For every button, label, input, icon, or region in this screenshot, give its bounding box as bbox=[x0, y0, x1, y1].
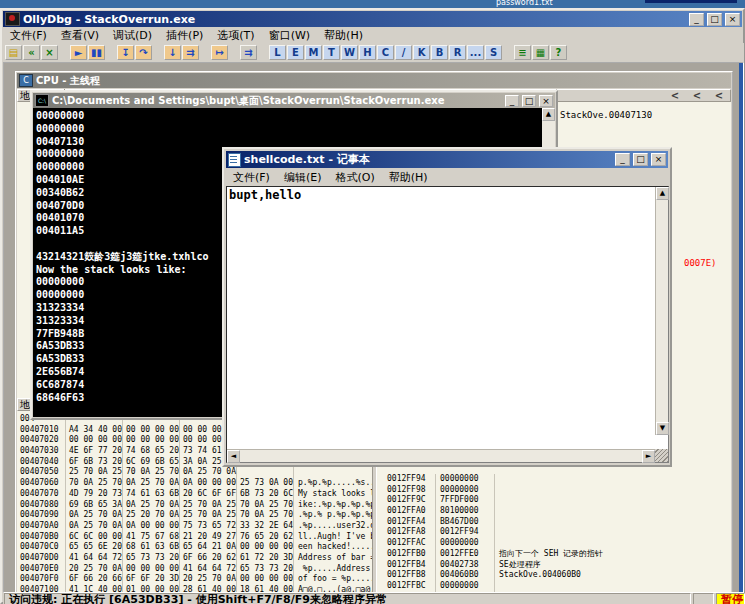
maximize-button[interactable]: □ bbox=[707, 13, 722, 26]
cpu-title-bar[interactable]: C CPU - 主线程 bbox=[17, 73, 731, 88]
handles-window-button[interactable]: H bbox=[359, 45, 376, 60]
dump-row[interactable]: 004070B06C 6C 00 0041 75 67 6821 20 49 2… bbox=[17, 532, 372, 543]
windows-window-button[interactable]: W bbox=[341, 45, 358, 60]
goto-address-button[interactable]: ⇉ bbox=[240, 45, 257, 60]
stack-row[interactable]: 0012FF9400000000 bbox=[383, 474, 729, 485]
dump-hex-group: 00 00 00 00 bbox=[123, 435, 180, 446]
references-window-button[interactable]: R bbox=[449, 45, 466, 60]
scroll-up-icon[interactable]: ▲ bbox=[656, 187, 669, 200]
console-maximize-button[interactable]: □ bbox=[522, 95, 536, 107]
trace-over-button[interactable]: ⇉ bbox=[182, 45, 199, 60]
breakpoint-list-button[interactable]: ≡ bbox=[514, 45, 531, 60]
notepad-menu-item-1[interactable]: 编辑(E) bbox=[277, 169, 329, 186]
stack-comment bbox=[495, 495, 729, 506]
source-window-button[interactable]: S bbox=[485, 45, 502, 60]
notepad-maximize-button[interactable]: □ bbox=[633, 153, 648, 166]
dump-row[interactable]: 004070D041 64 64 7265 73 73 206F 66 20 6… bbox=[17, 553, 372, 564]
registers-pane-chevron-2[interactable]: < bbox=[708, 90, 730, 101]
dump-row[interactable]: 004070E020 25 70 0A00 00 00 0041 64 64 7… bbox=[17, 564, 372, 575]
dump-row[interactable]: 0040706070 0A 25 700A 25 70 0A0A 00 00 0… bbox=[17, 478, 372, 489]
dump-row[interactable]: 004070C065 65 6E 2068 61 63 6B65 64 21 0… bbox=[17, 542, 372, 553]
trace-into-button[interactable]: ↓ bbox=[164, 45, 181, 60]
stack-value: BB467D00 bbox=[436, 517, 495, 528]
dump-hex-group: 4E 6F 77 20 bbox=[66, 446, 123, 457]
stack-row[interactable]: 0012FFB400402738SE处理程序 bbox=[383, 560, 729, 571]
help-button[interactable]: ? bbox=[550, 45, 567, 60]
stack-row[interactable]: 0012FF9800000000 bbox=[383, 485, 729, 496]
console-title-bar[interactable]: C:\ C:\Documents and Settings\bupt\桌面\St… bbox=[33, 93, 555, 108]
dump-ascii: My stack looks l bbox=[294, 489, 372, 500]
stack-row[interactable]: 0012FF9C7FFDF000 bbox=[383, 495, 729, 506]
open-file-button[interactable]: ▤ bbox=[5, 45, 22, 60]
cpu-title: CPU - 主线程 bbox=[36, 74, 729, 88]
menu-item-4[interactable]: 选项(T) bbox=[210, 27, 261, 44]
dump-row[interactable]: 0040710041 1C 40 0001 00 00 0028 61 40 0… bbox=[17, 585, 372, 592]
patches-window-button[interactable]: / bbox=[395, 45, 412, 60]
notepad-menu-item-0[interactable]: 文件(F) bbox=[226, 169, 277, 186]
stack-value: 80100000 bbox=[436, 506, 495, 517]
notepad-minimize-button[interactable]: _ bbox=[615, 153, 630, 166]
stack-row[interactable]: 0012FFA080100000 bbox=[383, 506, 729, 517]
run-button[interactable]: ► bbox=[70, 45, 87, 60]
close-program-button[interactable]: × bbox=[41, 45, 58, 60]
step-over-button[interactable]: ↷ bbox=[135, 45, 152, 60]
menu-item-0[interactable]: 文件(F) bbox=[3, 27, 54, 44]
cpu-window-button[interactable]: C bbox=[377, 45, 394, 60]
notepad-hscrollbar[interactable]: ◄ ► bbox=[227, 449, 655, 462]
close-button[interactable]: × bbox=[725, 13, 740, 26]
dump-row[interactable]: 0040705025 70 0A 2570 0A 25 700A 25 70 0… bbox=[17, 467, 372, 478]
scroll-down-icon[interactable]: ▼ bbox=[656, 422, 669, 435]
minimize-button[interactable]: _ bbox=[689, 13, 704, 26]
menu-item-6[interactable]: 帮助(H) bbox=[317, 27, 370, 44]
threads-window-button[interactable]: T bbox=[323, 45, 340, 60]
runtrace-window-button[interactable]: ... bbox=[467, 45, 484, 60]
execute-till-return-button[interactable]: ↦ bbox=[211, 45, 228, 60]
breakpoints-window-button[interactable]: B bbox=[431, 45, 448, 60]
stack-row[interactable]: 0012FFAC00000000 bbox=[383, 538, 729, 549]
log-window-button[interactable]: L bbox=[269, 45, 286, 60]
dump-hex-group: 41 75 67 68 bbox=[123, 532, 180, 543]
dump-row[interactable]: 004070F06F 66 20 666F 6F 20 3D20 25 70 0… bbox=[17, 574, 372, 585]
resize-grip-icon[interactable] bbox=[655, 449, 668, 462]
dump-row[interactable]: 004070704D 79 20 7374 61 63 6B20 6C 6F 6… bbox=[17, 489, 372, 500]
desktop-strip: password1.txt bbox=[0, 0, 745, 8]
menu-item-1[interactable]: 查看(V) bbox=[54, 27, 106, 44]
stack-row[interactable]: 0012FFB8004060B0StackOve.004060B0 bbox=[383, 570, 729, 581]
desktop-icon-label[interactable]: password1.txt bbox=[496, 0, 553, 7]
menu-item-3[interactable]: 插件(P) bbox=[159, 27, 210, 44]
callstack-window-button[interactable]: K bbox=[413, 45, 430, 60]
notepad-title-bar[interactable]: shellcode.txt - 记事本 _ □ × bbox=[226, 151, 668, 168]
pause-button[interactable]: ▮▮ bbox=[88, 45, 105, 60]
notepad-vscrollbar[interactable]: ▲ ▼ bbox=[655, 187, 668, 435]
scroll-left-icon[interactable]: ◄ bbox=[227, 450, 240, 463]
notepad-menu-item-2[interactable]: 格式(O) bbox=[328, 169, 381, 186]
memory-window-button[interactable]: M bbox=[305, 45, 322, 60]
scroll-up-icon[interactable]: ▲ bbox=[542, 108, 555, 121]
menu-item-2[interactable]: 调试(D) bbox=[106, 27, 159, 44]
dump-hex-group: 65 64 21 0A bbox=[180, 542, 237, 553]
ollydbg-title-bar[interactable]: OllyDbg - StackOverrun.exe _ □ × bbox=[3, 11, 742, 27]
dump-address: 004070C0 bbox=[17, 542, 66, 553]
stack-row[interactable]: 0012FFA80012FF94 bbox=[383, 527, 729, 538]
executables-window-button[interactable]: E bbox=[287, 45, 304, 60]
desktop-selected-icon-label[interactable] bbox=[645, 0, 737, 3]
scroll-right-icon[interactable]: ► bbox=[642, 450, 655, 463]
console-minimize-button[interactable]: _ bbox=[505, 95, 519, 107]
appearance-button[interactable]: ▦ bbox=[532, 45, 549, 60]
registers-pane-chevron-1[interactable]: < bbox=[686, 90, 708, 101]
notepad-menu-item-3[interactable]: 帮助(H) bbox=[382, 169, 435, 186]
stack-row[interactable]: 0012FFBC00000000 bbox=[383, 581, 729, 592]
console-close-button[interactable]: × bbox=[539, 95, 553, 107]
dump-row[interactable]: 0040708069 6B 65 3A0A 25 70 0A25 70 0A 2… bbox=[17, 500, 372, 511]
stack-row[interactable]: 0012FFA4BB467D00 bbox=[383, 517, 729, 528]
dump-row[interactable]: 004070A00A 25 70 0A0A 00 00 0075 73 65 7… bbox=[17, 521, 372, 532]
notepad-text[interactable]: bupt,hello bbox=[229, 188, 301, 202]
restart-button[interactable]: « bbox=[23, 45, 40, 60]
menu-item-5[interactable]: 窗口(W) bbox=[262, 27, 317, 44]
step-into-button[interactable]: ↧ bbox=[117, 45, 134, 60]
notepad-menu-bar: 文件(F)编辑(E)格式(O)帮助(H) bbox=[226, 169, 668, 185]
dump-row[interactable]: 004070900A 25 70 0A25 20 70 0A25 70 0A 2… bbox=[17, 510, 372, 521]
stack-row[interactable]: 0012FFB00012FFE0指向下一个 SEH 记录的指针 bbox=[383, 549, 729, 560]
notepad-close-button[interactable]: × bbox=[651, 153, 666, 166]
registers-pane-chevron-0[interactable]: < bbox=[664, 90, 686, 101]
